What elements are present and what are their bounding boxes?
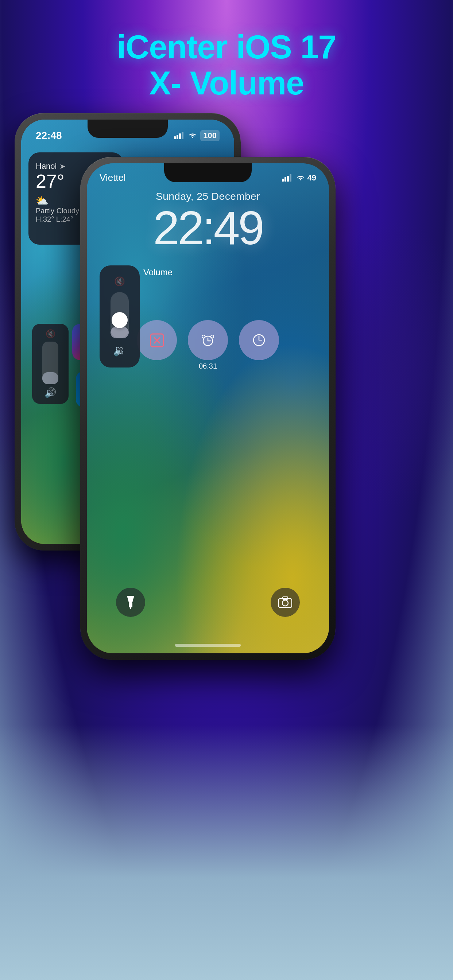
cloud-icon: ⛅ xyxy=(36,195,48,207)
volume-fill xyxy=(110,327,129,338)
camera-icon xyxy=(278,597,292,608)
lockscreen-time: 22:49 xyxy=(87,204,329,251)
battery-value-back: 100 xyxy=(203,131,217,140)
clock-icon xyxy=(252,333,266,347)
svg-rect-6 xyxy=(287,176,289,181)
status-bar-front: Viettel 49 xyxy=(100,172,316,183)
title-line2: X- Volume xyxy=(0,65,453,101)
signal-icon-front xyxy=(282,174,293,181)
svg-rect-1 xyxy=(177,135,179,139)
phone-front: Viettel 49 xyxy=(80,157,335,660)
title-line1: iCenter iOS 17 xyxy=(0,29,453,65)
alarm-control: 06:31 xyxy=(188,320,228,371)
clock-control xyxy=(239,320,279,371)
wifi-icon-back xyxy=(188,133,196,138)
camera-button[interactable] xyxy=(271,588,300,617)
screen-off-icon xyxy=(149,332,165,348)
battery-value-front: 49 xyxy=(308,173,316,183)
volume-bottom-icon-back: 🔊 xyxy=(45,387,56,398)
signal-icon-back xyxy=(174,132,185,139)
location-arrow-icon: ➤ xyxy=(59,162,65,170)
battery-back: 100 xyxy=(200,130,220,141)
status-right-back: 100 xyxy=(174,130,220,141)
phone-front-screen: Viettel 49 xyxy=(87,163,329,653)
flashlight-icon xyxy=(125,596,136,609)
alarm-button[interactable] xyxy=(188,320,228,360)
svg-point-23 xyxy=(282,600,288,606)
weather-high: H:32° xyxy=(36,215,54,223)
weather-low: L:24° xyxy=(56,215,73,223)
svg-rect-20 xyxy=(129,602,132,608)
alarm-icon xyxy=(201,333,215,347)
carrier-label: Viettel xyxy=(100,172,126,183)
volume-label-front: Volume xyxy=(144,267,172,277)
svg-rect-7 xyxy=(290,174,292,181)
svg-rect-5 xyxy=(284,177,286,181)
volume-slider-container: 🔇 🔉 xyxy=(110,271,129,362)
volume-mute-icon: 🔇 xyxy=(114,276,125,286)
svg-rect-0 xyxy=(174,136,176,139)
home-indicator xyxy=(175,644,241,647)
svg-rect-3 xyxy=(182,132,183,139)
weather-location: Hanoi xyxy=(36,162,57,171)
wifi-icon-front xyxy=(297,175,305,181)
lockscreen-date-area: Sunday, 25 December 22:49 xyxy=(87,191,329,251)
volume-speaker-icon: 🔉 xyxy=(113,344,126,356)
phone-front-frame: Viettel 49 xyxy=(80,157,335,660)
volume-overlay-back: 🔇 🔊 xyxy=(32,324,69,404)
screen-off-control xyxy=(137,320,177,371)
volume-track-back xyxy=(42,342,58,384)
svg-point-15 xyxy=(211,335,214,338)
status-right-front: 49 xyxy=(282,173,316,183)
svg-point-14 xyxy=(202,335,205,338)
title-area: iCenter iOS 17 X- Volume xyxy=(0,29,453,101)
flashlight-button[interactable] xyxy=(116,588,145,617)
svg-rect-4 xyxy=(282,179,284,181)
svg-marker-19 xyxy=(127,596,134,602)
svg-rect-2 xyxy=(179,134,181,139)
lockscreen-date-text: Sunday, 25 December xyxy=(87,191,329,202)
lockscreen-bottom-icons xyxy=(87,588,329,617)
volume-text: Volume xyxy=(144,267,172,277)
time-back: 22:48 xyxy=(36,130,62,142)
clock-button[interactable] xyxy=(239,320,279,360)
volume-fill-back xyxy=(42,372,58,384)
notch-back xyxy=(88,119,168,138)
screen-off-button[interactable] xyxy=(137,320,177,360)
volume-track[interactable] xyxy=(110,292,129,338)
app-title: iCenter iOS 17 X- Volume xyxy=(0,29,453,101)
alarm-time-label: 06:31 xyxy=(199,362,217,371)
volume-thumb xyxy=(112,312,128,328)
bg-bottom xyxy=(0,725,453,980)
volume-overlay-front[interactable]: 🔇 🔉 xyxy=(100,266,140,368)
volume-top-icon-back: 🔇 xyxy=(46,329,56,339)
